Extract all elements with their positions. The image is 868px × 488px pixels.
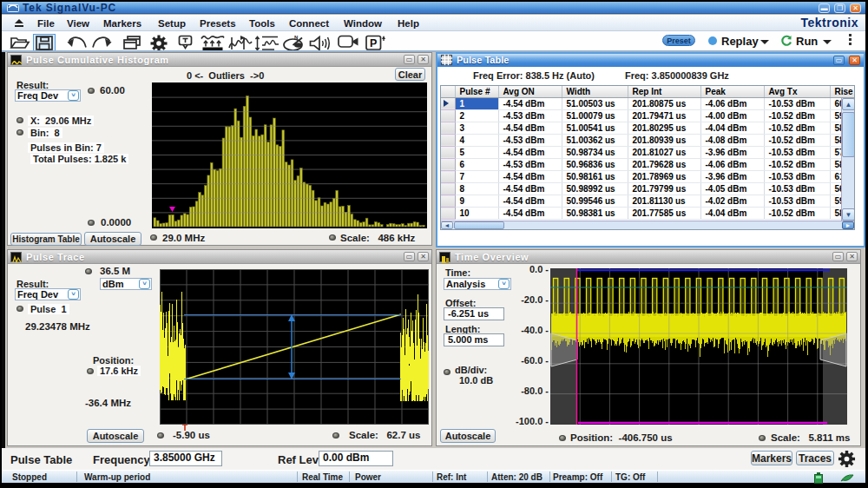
svg-text:N: N	[294, 35, 298, 40]
svg-text:P: P	[370, 37, 377, 49]
